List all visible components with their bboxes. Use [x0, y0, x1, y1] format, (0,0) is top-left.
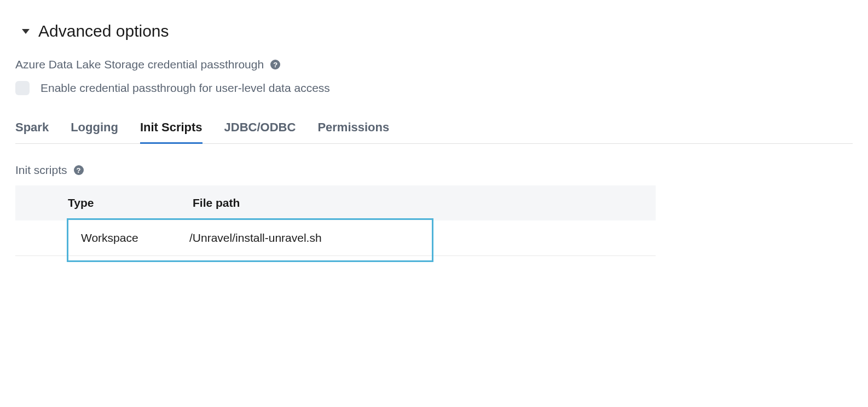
tab-logging[interactable]: Logging [71, 115, 118, 144]
tabs-bar: Spark Logging Init Scripts JDBC/ODBC Per… [15, 115, 853, 144]
init-scripts-title: Init scripts [15, 164, 67, 177]
passthrough-label-row: Azure Data Lake Storage credential passt… [15, 58, 853, 71]
cell-file-path: /Unravel/install-unravel.sh [189, 231, 322, 245]
init-scripts-table: Type File path Workspace /Unravel/instal… [15, 185, 656, 256]
passthrough-checkbox-row: Enable credential passthrough for user-l… [15, 81, 853, 95]
section-title: Advanced options [38, 22, 169, 40]
tab-init-scripts[interactable]: Init Scripts [140, 115, 202, 144]
table-header-row: Type File path [15, 185, 656, 220]
tab-permissions[interactable]: Permissions [317, 115, 389, 144]
passthrough-label: Azure Data Lake Storage credential passt… [15, 58, 264, 71]
passthrough-checkbox-label: Enable credential passthrough for user-l… [40, 82, 330, 95]
chevron-down-icon[interactable] [22, 29, 30, 34]
init-scripts-title-row: Init scripts ? [15, 164, 853, 177]
help-icon[interactable]: ? [74, 165, 84, 175]
advanced-options-header[interactable]: Advanced options [22, 22, 853, 40]
column-header-type: Type [15, 185, 180, 220]
help-icon[interactable]: ? [270, 60, 280, 69]
cell-type: Workspace [15, 231, 189, 245]
tab-jdbc-odbc[interactable]: JDBC/ODBC [224, 115, 296, 144]
table-row[interactable]: Workspace /Unravel/install-unravel.sh [15, 220, 656, 256]
tab-spark[interactable]: Spark [15, 115, 49, 144]
passthrough-checkbox[interactable] [15, 81, 30, 95]
column-header-file-path: File path [180, 185, 656, 220]
